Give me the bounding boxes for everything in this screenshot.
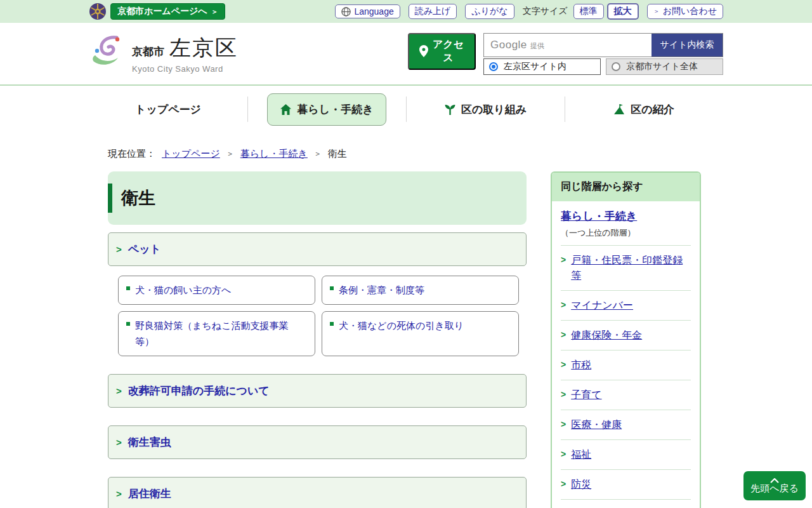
chevron-right-icon: ＞	[653, 7, 660, 16]
chevron-right-icon: >	[561, 447, 566, 462]
site-header: 京都市 左京区 Kyoto City Sakyo Ward アクセス Googl…	[0, 23, 812, 86]
contact-button[interactable]: ＞ お問い合わせ	[647, 4, 723, 19]
language-button[interactable]: Language	[335, 4, 400, 18]
breadcrumb: 現在位置： トップページ ＞ 暮らし・手続き ＞ 衛生	[89, 148, 723, 160]
topic-item-label: 条例・憲章・制度等	[339, 282, 424, 298]
topic-header-link[interactable]: >衛生害虫	[108, 425, 527, 459]
topic-section: >改葬許可申請の手続について	[108, 374, 527, 408]
access-label: アクセス	[432, 38, 465, 65]
topic-title: 衛生害虫	[128, 435, 171, 450]
sidebar-item: >市税	[561, 350, 691, 380]
topic-header-link[interactable]: >居住衛生	[108, 477, 527, 508]
sakyo-ward-logo-icon	[89, 34, 126, 68]
fontsize-standard-button[interactable]: 標準	[573, 4, 604, 19]
chevron-right-icon: >	[116, 488, 122, 499]
topic-item-label: 犬・猫の飼い主の方へ	[135, 282, 231, 298]
city-homepage-button[interactable]: 京都市ホームページへ ＞	[110, 3, 225, 20]
page-title: 衛生	[108, 187, 527, 210]
site-search: Google 提供 サイト内検索 左京区サイト内 京都市サイト全体	[483, 33, 723, 75]
nav-item-kurashi-tetsuzuki[interactable]: 暮らし・手続き	[267, 93, 386, 126]
chevron-right-icon: >	[116, 385, 122, 396]
topic-item-link[interactable]: 野良猫対策（まちねこ活動支援事業等）	[118, 311, 315, 356]
nav-item-ku-shoukai[interactable]: 区の紹介	[613, 102, 674, 117]
sidebar-item-link[interactable]: 医療・健康	[571, 417, 622, 432]
map-pin-icon	[419, 45, 428, 57]
sidebar-item: >子育て	[561, 380, 691, 410]
sidebar-item-link[interactable]: 戸籍・住民票・印鑑登録等	[571, 253, 691, 283]
topic-item-link[interactable]: 犬・猫などの死体の引き取り	[322, 311, 519, 356]
language-label: Language	[354, 6, 393, 17]
page-title-box: 衛生	[108, 171, 527, 225]
mountain-flag-icon	[613, 104, 625, 116]
sidebar-item-link[interactable]: マイナンバー	[571, 298, 633, 313]
sidebar-item: >福祉	[561, 439, 691, 469]
chevron-right-icon: >	[561, 358, 566, 373]
brand-english: Kyoto City Sakyo Ward	[132, 64, 238, 74]
topic-items-grid: 犬・猫の飼い主の方へ条例・憲章・制度等野良猫対策（まちねこ活動支援事業等）犬・猫…	[118, 276, 523, 356]
chevron-right-icon: >	[561, 387, 566, 403]
topic-item-link[interactable]: 条例・憲章・制度等	[322, 276, 519, 305]
sidebar-item: >戸籍・住民票・印鑑登録等	[561, 245, 691, 290]
topic-section: >衛生害虫	[108, 425, 527, 459]
sprout-icon	[444, 104, 456, 116]
chevron-right-icon: ＞	[314, 149, 322, 159]
search-scope-city-option[interactable]: 京都市サイト全体	[606, 58, 723, 75]
sidebar-item: >防災	[561, 469, 691, 499]
site-search-button[interactable]: サイト内検索	[652, 34, 723, 57]
back-to-top-button[interactable]: 先頭へ戻る	[743, 471, 806, 500]
radio-unselected-icon	[612, 62, 620, 71]
topic-item-label: 犬・猫などの死体の引き取り	[339, 318, 464, 350]
back-to-top-label: 先頭へ戻る	[750, 483, 799, 494]
chevron-right-icon: >	[561, 477, 566, 492]
sidebar-list: >戸籍・住民票・印鑑登録等>マイナンバー>健康保険・年金>市税>子育て>医療・健…	[561, 245, 691, 508]
search-input[interactable]	[484, 34, 652, 57]
breadcrumb-link-kurashi[interactable]: 暮らし・手続き	[240, 148, 308, 160]
brand-city: 京都市	[132, 44, 164, 63]
chevron-right-icon: >	[561, 298, 566, 313]
title-accent-bar	[108, 184, 112, 213]
sidebar-item-link[interactable]: 福祉	[571, 447, 591, 462]
sidebar-item-link[interactable]: 健康保険・年金	[571, 328, 642, 343]
topic-title: ペット	[128, 242, 161, 257]
topic-header-link[interactable]: >改葬許可申請の手続について	[108, 374, 527, 408]
sidebar-parent-note: （一つ上位の階層）	[561, 227, 691, 239]
main-content: 衛生 >ペット犬・猫の飼い主の方へ条例・憲章・制度等野良猫対策（まちねこ活動支援…	[108, 171, 527, 508]
kyoto-city-emblem-icon	[89, 3, 107, 20]
sidebar-item: >健康保険・年金	[561, 320, 691, 350]
sidebar-item-link[interactable]: 防災	[571, 477, 591, 492]
fontsize-label: 文字サイズ	[523, 6, 568, 17]
breadcrumb-current: 衛生	[328, 148, 347, 160]
topic-section: >居住衛生シックハウス症候群についてダニについて	[108, 477, 527, 508]
fontsize-large-button[interactable]: 拡大	[607, 3, 639, 20]
site-logo[interactable]: 京都市 左京区 Kyoto City Sakyo Ward	[89, 34, 238, 74]
chevron-right-icon: >	[561, 328, 566, 343]
chevron-right-icon: >	[116, 244, 122, 255]
sidebar-parent-link[interactable]: 暮らし・手続き	[561, 210, 637, 222]
nav-item-top-page[interactable]: トップページ	[135, 102, 201, 117]
topic-title: 居住衛生	[128, 486, 171, 501]
sidebar-item: >医療・健康	[561, 410, 691, 439]
sidebar: 同じ階層から探す 暮らし・手続き （一つ上位の階層） >戸籍・住民票・印鑑登録等…	[551, 171, 701, 508]
sidebar-item-link[interactable]: 子育て	[571, 387, 601, 403]
global-nav: トップページ 暮らし・手続き 区の取り組み	[0, 86, 812, 135]
search-scope-ward-option[interactable]: 左京区サイト内	[483, 58, 601, 75]
chevron-right-icon: >	[561, 417, 566, 432]
home-icon	[280, 104, 292, 116]
search-scope-ward-label: 左京区サイト内	[504, 61, 566, 72]
nav-item-ku-torikumi[interactable]: 区の取り組み	[444, 102, 527, 117]
access-button[interactable]: アクセス	[408, 33, 476, 70]
city-homepage-label: 京都市ホームページへ	[117, 6, 207, 17]
read-aloud-button[interactable]: 読み上げ	[409, 4, 457, 19]
brand-ward: 左京区	[169, 34, 238, 63]
top-utility-bar: 京都市ホームページへ ＞ Language 読み上げ ふりがな 文字サイズ	[0, 0, 812, 23]
breadcrumb-link-top[interactable]: トップページ	[162, 148, 220, 160]
sidebar-item: >マイナンバー	[561, 290, 691, 320]
chevron-right-icon: >	[116, 437, 122, 448]
topic-header-link[interactable]: >ペット	[108, 232, 527, 266]
chevron-right-icon: ＞	[226, 149, 234, 159]
radio-selected-icon	[489, 62, 498, 71]
topic-item-link[interactable]: 犬・猫の飼い主の方へ	[118, 276, 315, 305]
sidebar-item-link[interactable]: 市税	[571, 358, 591, 373]
furigana-button[interactable]: ふりがな	[465, 4, 514, 19]
square-bullet-icon	[126, 322, 130, 326]
